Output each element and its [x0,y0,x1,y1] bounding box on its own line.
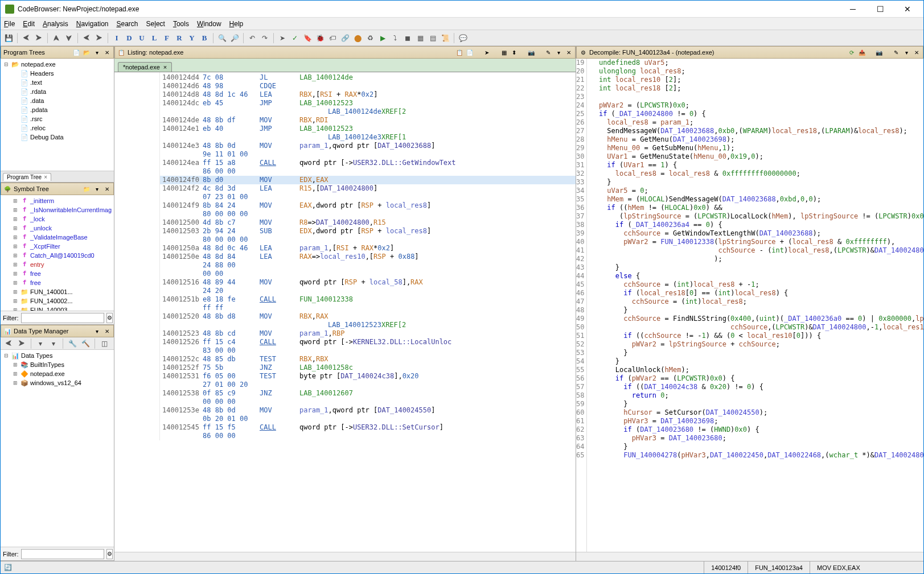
listing-row[interactable]: 27 01 00 20 [160,381,576,389]
listing-row[interactable]: 1400124dceb 45JMPLAB_140012523 [160,99,576,108]
st-menu-icon[interactable]: ▾ [93,185,101,193]
dtm-back-icon[interactable]: ⮜ [3,338,14,349]
decompile-refresh-icon[interactable]: ⟳ [848,48,856,56]
nav-up-icon[interactable]: ⮝ [51,32,62,44]
symbol-item[interactable]: ⊞fentry [2,260,113,269]
listing-row[interactable]: 1400124e348 8b 0dMOVparam_1,qword ptr [D… [160,142,576,150]
listing-hscroll[interactable] [114,552,576,561]
save-icon[interactable]: 💾 [3,32,14,44]
dtm-tool1-icon[interactable]: 🔧 [67,338,78,349]
f-button[interactable]: F [161,32,173,44]
decompile-view[interactable]: 1920212223242526272829303132333435363738… [576,59,923,552]
decompile-line[interactable]: local_res8 = param_1; [590,118,923,127]
dtm-collapse-icon[interactable]: ◫ [98,338,110,349]
menu-tools[interactable]: Tools [173,20,189,28]
dtm-close-icon[interactable]: ✕ [103,327,111,335]
symbol-filter-input[interactable] [21,313,104,323]
listing-row[interactable]: 80 00 00 00 [160,210,576,218]
i-button[interactable]: I [111,32,122,44]
symbol-item[interactable]: ⊞f_initterm [2,196,113,205]
decompile-close-icon[interactable]: ✕ [913,48,921,56]
listing-row[interactable]: 1400124d47c 08JLLAB_1400124de [160,73,576,82]
decompile-line[interactable]: pWVar2 = lpStringSource + cchSource; [590,340,923,349]
stop-icon[interactable]: ◼ [402,32,413,44]
bug-icon[interactable]: 🐞 [314,32,326,44]
decompile-line[interactable]: if ((DAT_140024c38 & 0x20) != 0) { [590,383,923,391]
decompile-line[interactable]: hMem = (HLOCAL)SendMessageW(DAT_14002368… [590,195,923,204]
decompile-line[interactable]: else { [590,272,923,280]
listing-row[interactable]: 1400125032b 94 24SUBEDX,dword ptr [RSP +… [160,227,576,236]
run-icon[interactable]: ▶ [377,32,388,44]
decompile-snapshot-icon[interactable]: 📷 [875,48,883,56]
decompile-line[interactable]: cchSource,(LPCWSTR)&DAT_140024800,-1,loc… [590,323,923,332]
symbol-item[interactable]: ⊞fCatch_All@140019cd0 [2,251,113,260]
decompile-line[interactable]: cchSource = (int)local_res8 + -1; [590,280,923,289]
decompile-line[interactable]: UVar1 = GetMenuState(hMenu_00,0x19,0); [590,152,923,161]
listing-row[interactable]: 24 20 [160,287,576,295]
decompile-line[interactable]: hCursor = SetCursor(DAT_140024550); [590,408,923,417]
decompile-line[interactable]: pWVar2 = (LPCWSTR)0x0; [590,101,923,110]
listing-row[interactable]: 1400124d848 8d 1c 46LEARBX,[RSI + RAX*0x… [160,90,576,99]
listing-row[interactable]: 00 00 00 [160,398,576,406]
decompile-line[interactable]: } [590,349,923,357]
minimize-button[interactable]: ─ [841,2,864,16]
listing-row[interactable]: 14001252348 8b cdMOVparam_1,RBP [160,329,576,338]
l-button[interactable]: L [149,32,160,44]
listing-row[interactable]: LAB_1400124deXREF[2 [160,108,576,116]
decompile-line[interactable]: if (UVar1 == 1) { [590,161,923,170]
symbol-item[interactable]: ⊞f_ValidateImageBase [2,233,113,242]
undo-icon[interactable]: ↶ [247,32,258,44]
decompile-line[interactable]: cchSource = FindNLSString(0x400,(uint)(_… [590,315,923,323]
listing-row[interactable]: 1400124de48 8b dfMOVRBX,RDI [160,116,576,125]
listing-row[interactable]: 14001251be8 18 feCALLFUN_140012338 [160,295,576,304]
listing-row[interactable]: 140012526ff 15 c4CALLqword ptr [->KERNEL… [160,338,576,346]
decompile-line[interactable]: pHVar3 = DAT_140023680; [590,434,923,443]
decompile-line[interactable]: (lpStringSource = (LPCWSTR)LocalLock(hMe… [590,212,923,221]
decompile-line[interactable]: int local_res18 [2]; [590,84,923,93]
listing-row[interactable]: 1400124f08b d0MOVEDX,EAX [160,176,576,184]
decompile-line[interactable]: int local_res10 [2]; [590,76,923,84]
decompile-line[interactable]: pHVar3 = DAT_140023698; [590,417,923,426]
symbol-item[interactable]: ⊞ffree [2,278,113,287]
listing-row[interactable]: 14001252f75 5bJNZLAB_14001258c [160,364,576,372]
decompile-edit-icon[interactable]: ✎ [892,48,900,56]
tree-item[interactable]: .rsrc [2,114,113,123]
listing-edit-icon[interactable]: ✎ [544,48,552,56]
list-icon[interactable]: ▤ [427,32,438,44]
dtm-filter-input[interactable] [21,549,104,559]
tree-item[interactable]: .pdata [2,105,113,114]
symbol-item[interactable]: ⊞ffree [2,269,113,278]
symbol-filter-settings-icon[interactable]: ⚙ [106,313,113,323]
cursor-icon[interactable]: ➤ [277,32,288,44]
listing-row[interactable]: 1400125380f 85 c9JNZLAB_140012607 [160,389,576,398]
menu-navigation[interactable]: Navigation [76,20,109,28]
tag-icon[interactable]: 🏷 [327,32,338,44]
r-button[interactable]: R [174,32,185,44]
decompile-line[interactable]: } [590,357,923,366]
listing-row[interactable]: 07 23 01 00 [160,193,576,201]
maximize-button[interactable]: ☐ [869,2,892,16]
decompile-line[interactable]: ); [590,255,923,263]
forward-icon[interactable]: ⮞ [33,32,44,44]
decompile-line[interactable]: } [590,178,923,187]
listing-row[interactable]: 14001252048 8b d8MOVRBX,RAX [160,312,576,321]
decompile-line[interactable]: if (local_res18[0] == (int)local_res8) { [590,289,923,298]
listing-row[interactable]: 14001250a48 8d 0c 46LEAparam_1,[RSI + RA… [160,244,576,253]
listing-row[interactable]: 0b 20 01 00 [160,415,576,423]
bookmark-icon[interactable]: 🔖 [302,32,313,44]
dtm-fwd-icon[interactable]: ⮞ [16,338,27,349]
decompile-line[interactable]: ulonglong local_res8; [590,67,923,76]
dtm-opt2-icon[interactable]: ▾ [48,338,59,349]
dtm-menu-icon[interactable]: ▾ [93,327,101,335]
listing-row[interactable]: 86 00 00 [160,432,576,440]
st-close-icon[interactable]: ✕ [103,185,111,193]
symbol-item[interactable]: ⊞f_lock [2,214,113,224]
listing-row[interactable]: ff ff [160,304,576,312]
zoom-out-icon[interactable]: 🔍 [216,32,228,44]
listing-menu-icon[interactable]: ▾ [555,48,562,56]
listing-row[interactable]: LAB_1400124e3XREF[1 [160,133,576,142]
comment-icon[interactable]: 💬 [457,32,469,44]
st-folder-icon[interactable]: 📁 [83,185,91,193]
listing-row[interactable]: 14001253e48 8b 0dMOVparam_1,qword ptr [D… [160,406,576,415]
symbol-item[interactable]: ⊞FUN_140001... [2,287,113,296]
